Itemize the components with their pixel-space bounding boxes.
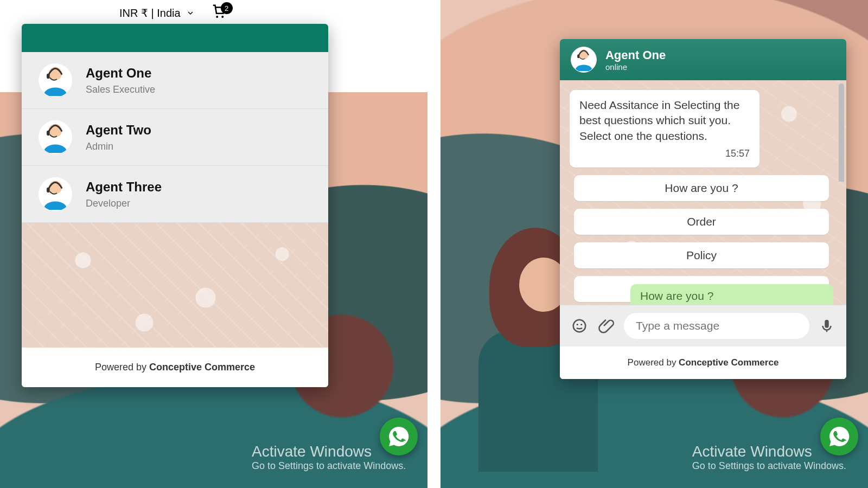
agent-avatar-icon xyxy=(38,120,73,155)
chat-widget: Agent One online Need Assitance in Selec… xyxy=(560,39,846,379)
svg-point-6 xyxy=(580,324,582,325)
chat-footer: Powered by Conceptive Commerce xyxy=(560,346,846,379)
chat-agent-name: Agent One xyxy=(605,48,666,62)
mic-button[interactable] xyxy=(817,316,837,336)
agent-list-header xyxy=(22,24,328,52)
attach-button[interactable] xyxy=(597,316,616,336)
cart-button[interactable]: 2 xyxy=(211,3,227,22)
agent-item[interactable]: Agent One Sales Executive xyxy=(22,52,328,109)
agent-item[interactable]: Agent Three Developer xyxy=(22,166,328,223)
chat-choice[interactable]: How are you ? xyxy=(574,175,829,201)
cart-badge: 2 xyxy=(221,2,233,14)
agent-role: Sales Executive xyxy=(86,84,155,95)
chat-intro-time: 15:57 xyxy=(579,147,750,160)
whatsapp-icon xyxy=(827,425,851,448)
agent-list-widget: Agent One Sales Executive Agent Two Admi… xyxy=(22,24,328,387)
message-input[interactable] xyxy=(624,313,809,339)
whatsapp-fab[interactable] xyxy=(820,418,858,455)
emoji-icon xyxy=(571,318,588,334)
chat-avatar-icon xyxy=(571,47,597,73)
chat-choice[interactable]: Policy xyxy=(574,242,829,268)
agent-role: Developer xyxy=(86,198,162,209)
chevron-down-icon xyxy=(186,9,195,17)
chat-input-bar xyxy=(560,305,846,346)
svg-point-2 xyxy=(216,16,218,18)
agent-avatar-icon xyxy=(38,63,73,98)
chat-choice[interactable]: Order xyxy=(574,209,829,235)
doodle-bg xyxy=(22,223,328,348)
svg-rect-7 xyxy=(825,320,829,328)
agent-name: Agent One xyxy=(86,66,155,81)
chat-intro-bubble: Need Assitance in Selecting the best que… xyxy=(570,90,760,168)
paperclip-icon xyxy=(598,318,615,334)
chat-user-message: How are you ? xyxy=(630,284,833,305)
agent-role: Admin xyxy=(86,141,151,152)
whatsapp-icon xyxy=(387,425,411,448)
svg-point-5 xyxy=(577,324,578,325)
locale-label: INR ₹ | India xyxy=(119,7,181,20)
agent-name: Agent Two xyxy=(86,123,151,138)
agent-name: Agent Three xyxy=(86,179,162,195)
emoji-button[interactable] xyxy=(570,316,589,336)
agent-avatar-icon xyxy=(38,177,73,211)
locale-selector[interactable]: INR ₹ | India xyxy=(119,7,195,20)
chat-header: Agent One online xyxy=(560,39,846,80)
svg-point-3 xyxy=(221,16,224,18)
svg-point-4 xyxy=(573,320,586,332)
agent-item[interactable]: Agent Two Admin xyxy=(22,109,328,166)
mic-icon xyxy=(819,318,835,334)
whatsapp-fab[interactable] xyxy=(380,418,418,455)
chat-body[interactable]: Need Assitance in Selecting the best que… xyxy=(560,80,846,305)
chat-agent-status: online xyxy=(605,62,666,72)
widget-footer: Powered by Conceptive Commerce xyxy=(22,348,328,387)
